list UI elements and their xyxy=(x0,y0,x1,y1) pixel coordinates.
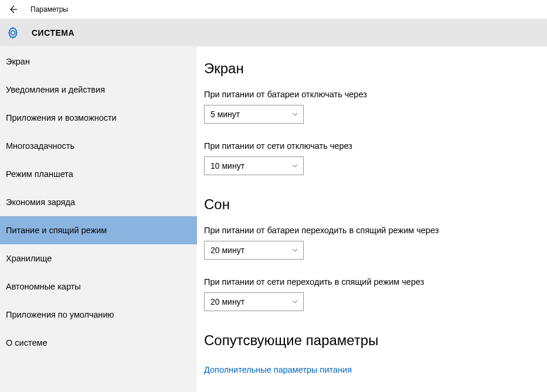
heading-screen: Экран xyxy=(204,60,547,77)
label-sleep-battery: При питании от батареи переходить в спящ… xyxy=(204,226,547,235)
window-title: Параметры xyxy=(30,5,68,13)
titlebar: Параметры xyxy=(0,0,547,19)
sidebar-item-label: Режим планшета xyxy=(6,169,73,179)
sidebar-item-label: Автономные карты xyxy=(6,282,81,291)
sidebar-item-apps[interactable]: Приложения и возможности xyxy=(0,104,197,132)
sidebar-item-battery-saver[interactable]: Экономия заряда xyxy=(0,188,197,216)
heading-related: Сопутсвующие параметры xyxy=(204,332,547,349)
chevron-down-icon xyxy=(291,298,298,305)
arrow-left-icon xyxy=(8,5,18,14)
sidebar-item-storage[interactable]: Хранилище xyxy=(0,244,197,272)
chevron-down-icon xyxy=(291,162,298,169)
sidebar-item-default-apps[interactable]: Приложения по умолчанию xyxy=(0,301,197,329)
label-sleep-plugged: При питании от сети переходить в спящий … xyxy=(204,277,547,287)
sidebar-item-notifications[interactable]: Уведомления и действия xyxy=(0,76,197,104)
link-additional-power[interactable]: Дополнительные параметры питания xyxy=(204,365,352,374)
sidebar-item-power-sleep[interactable]: Питание и спящий режим xyxy=(0,216,197,244)
sidebar-item-label: Приложения по умолчанию xyxy=(6,310,114,319)
select-sleep-battery[interactable]: 20 минут xyxy=(204,241,304,260)
section-name: СИСТЕМА xyxy=(32,28,74,38)
back-button[interactable] xyxy=(5,1,21,18)
sidebar-item-screen[interactable]: Экран xyxy=(0,47,197,76)
gear-icon xyxy=(6,26,20,40)
select-screen-battery[interactable]: 5 минут xyxy=(204,105,304,124)
chevron-down-icon xyxy=(291,247,298,254)
sidebar-item-label: Приложения и возможности xyxy=(6,113,117,122)
select-sleep-plugged[interactable]: 20 минут xyxy=(204,292,304,311)
sidebar-item-offline-maps[interactable]: Автономные карты xyxy=(0,272,197,301)
sidebar-item-label: Хранилище xyxy=(6,254,52,263)
label-screen-battery: При питании от батареи отключать через xyxy=(204,90,547,99)
sidebar: Экран Уведомления и действия Приложения … xyxy=(0,46,197,392)
sidebar-item-label: Экономия заряда xyxy=(6,197,75,207)
sidebar-item-multitasking[interactable]: Многозадачность xyxy=(0,132,197,160)
sidebar-item-label: Питание и спящий режим xyxy=(6,226,107,235)
section-header: СИСТЕМА xyxy=(0,19,547,46)
select-value: 10 минут xyxy=(210,161,244,171)
sidebar-item-tablet[interactable]: Режим планшета xyxy=(0,160,197,188)
sidebar-item-label: Уведомления и действия xyxy=(6,85,105,94)
heading-sleep: Сон xyxy=(204,196,547,213)
content-pane: Экран При питании от батареи отключать ч… xyxy=(197,46,547,392)
sidebar-item-label: Многозадачность xyxy=(6,141,74,151)
label-screen-plugged: При питании от сети отключать через xyxy=(204,141,547,151)
select-value: 5 минут xyxy=(210,110,240,119)
select-value: 20 минут xyxy=(210,297,244,306)
sidebar-item-label: О системе xyxy=(6,338,47,347)
sidebar-item-label: Экран xyxy=(6,57,30,66)
select-screen-plugged[interactable]: 10 минут xyxy=(204,156,304,175)
select-value: 20 минут xyxy=(210,246,244,255)
chevron-down-icon xyxy=(291,111,298,118)
sidebar-item-about[interactable]: О системе xyxy=(0,329,197,357)
